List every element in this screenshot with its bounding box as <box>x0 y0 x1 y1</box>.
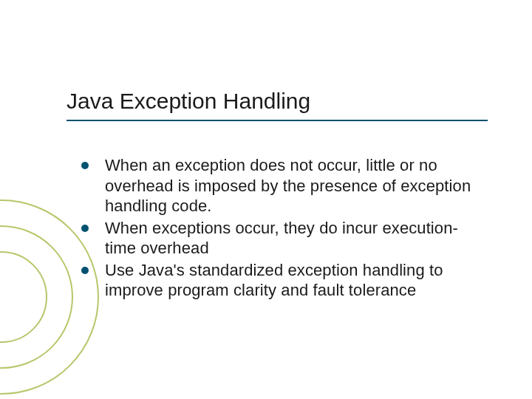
slide: Java Exception Handling When an exceptio… <box>0 0 532 399</box>
bullet-text: When an exception does not occur, little… <box>105 155 488 216</box>
slide-title: Java Exception Handling <box>66 89 488 118</box>
list-item: When an exception does not occur, little… <box>81 155 488 216</box>
list-item: When exceptions occur, they do incur exe… <box>81 218 488 259</box>
bullet-icon <box>81 162 89 169</box>
title-block: Java Exception Handling <box>66 89 488 121</box>
bullet-list: When an exception does not occur, little… <box>81 155 488 302</box>
bullet-icon <box>81 267 89 274</box>
bullet-text: When exceptions occur, they do incur exe… <box>105 218 488 259</box>
list-item: Use Java's standardized exception handli… <box>81 260 488 301</box>
bullet-text: Use Java's standardized exception handli… <box>105 260 488 301</box>
title-underline <box>66 120 488 121</box>
bullet-icon <box>81 225 89 232</box>
